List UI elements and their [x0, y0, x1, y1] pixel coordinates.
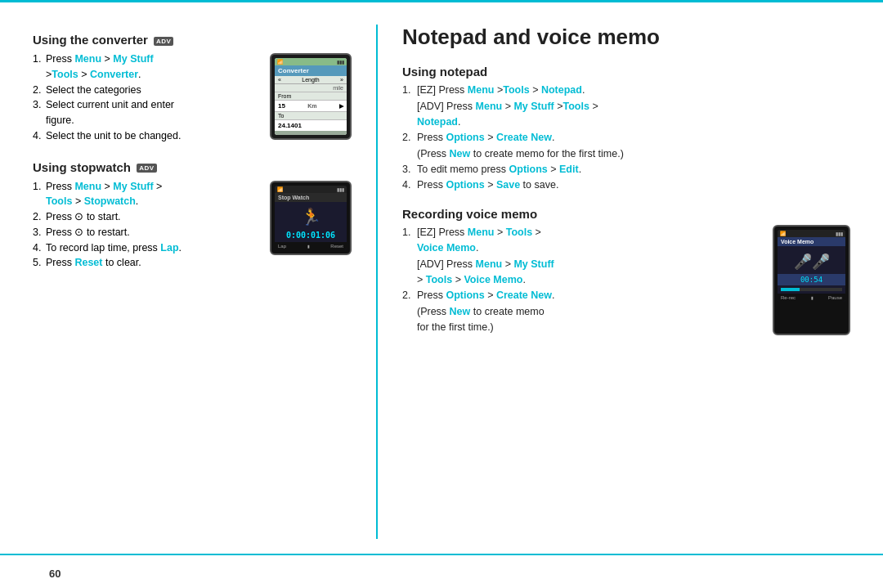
- stopwatch-adv-badge: ADV: [137, 164, 156, 173]
- stopwatch-steps-container: 1. Press Menu > My Stuff > Tools > Stopw…: [33, 179, 352, 272]
- stopwatch-steps-text: 1. Press Menu > My Stuff > Tools > Stopw…: [33, 179, 260, 272]
- page-number: 60: [49, 568, 61, 580]
- page-title: Notepad and voice memo: [402, 25, 850, 50]
- voicememo-content: 1. [EZ] Press Menu > Tools > Voice Memo.…: [402, 225, 850, 336]
- converter-to-label: To: [278, 113, 284, 119]
- voicememo-pause-label: Pause: [828, 295, 842, 300]
- vertical-divider: [376, 25, 378, 539]
- voicememo-progress-bar: [781, 288, 800, 291]
- voicememo-heading: Recording voice memo: [402, 207, 850, 221]
- converter-heading: Using the converter ADV: [33, 33, 352, 47]
- converter-phone-title: Converter: [278, 67, 309, 74]
- converter-from-value: 15: [278, 102, 285, 110]
- voicememo-section: Recording voice memo 1. [EZ] Press Menu …: [402, 207, 850, 336]
- stopwatch-phone-title: Stop Watch: [275, 193, 347, 202]
- converter-steps-container: 1. Press Menu > My Stuff >Tools > Conver…: [33, 52, 352, 144]
- converter-section: Using the converter ADV 1. Press Menu > …: [33, 33, 352, 144]
- notepad-heading: Using notepad: [402, 65, 850, 79]
- stopwatch-time-display: 0:00:01:06: [275, 228, 347, 242]
- voicememo-time-display: 00:54: [778, 274, 845, 285]
- right-column: Notepad and voice memo Using notepad 1. …: [402, 16, 850, 547]
- main-layout: Using the converter ADV 1. Press Menu > …: [33, 16, 850, 547]
- converter-unit-label: mile: [275, 84, 347, 92]
- voicememo-phone-title: Voice Memo: [778, 237, 845, 246]
- voicememo-phone-screen: 📶 ▮▮▮ Voice Memo 🎤🎤 00:54: [778, 230, 845, 302]
- voicememo-steps: 1. [EZ] Press Menu > Tools > Voice Memo.…: [402, 225, 756, 336]
- voicememo-phone: 📶 ▮▮▮ Voice Memo 🎤🎤 00:54: [773, 225, 850, 336]
- stopwatch-heading: Using stopwatch ADV: [33, 160, 352, 174]
- left-column: Using the converter ADV 1. Press Menu > …: [33, 16, 352, 547]
- converter-length-label: Length: [302, 77, 319, 83]
- notepad-steps: 1. [EZ] Press Menu >Tools > Notepad. [AD…: [402, 83, 850, 194]
- converter-from-label: From: [278, 93, 291, 99]
- converter-from-unit: Km: [307, 103, 316, 109]
- top-decorative-line: [0, 0, 883, 2]
- stopwatch-runner-icon: 🏃: [275, 202, 347, 228]
- voicememo-rerec-label: Re-rec: [781, 295, 796, 300]
- converter-phone-screen: 📶 ▮▮▮ Converter « Length »: [275, 58, 347, 135]
- stopwatch-phone: 📶 ▮▮▮ Stop Watch 🏃 0:00:01:06 Lap ▮: [270, 181, 352, 255]
- bottom-decorative-line: [0, 554, 883, 555]
- stopwatch-lap-label: Lap: [278, 244, 286, 249]
- notepad-section: Using notepad 1. [EZ] Press Menu >Tools …: [402, 65, 850, 194]
- converter-adv-badge: ADV: [154, 37, 173, 46]
- stopwatch-reset-label: Reset: [330, 244, 343, 249]
- stopwatch-section: Using stopwatch ADV 1. Press Menu > My S…: [33, 160, 352, 272]
- stopwatch-phone-screen: 📶 ▮▮▮ Stop Watch 🏃 0:00:01:06 Lap ▮: [275, 186, 347, 250]
- voicememo-mic-area: 🎤🎤: [778, 246, 845, 274]
- converter-phone: 📶 ▮▮▮ Converter « Length »: [270, 53, 352, 140]
- converter-to-value: 24.1401: [278, 122, 302, 129]
- converter-steps-text: 1. Press Menu > My Stuff >Tools > Conver…: [33, 52, 260, 144]
